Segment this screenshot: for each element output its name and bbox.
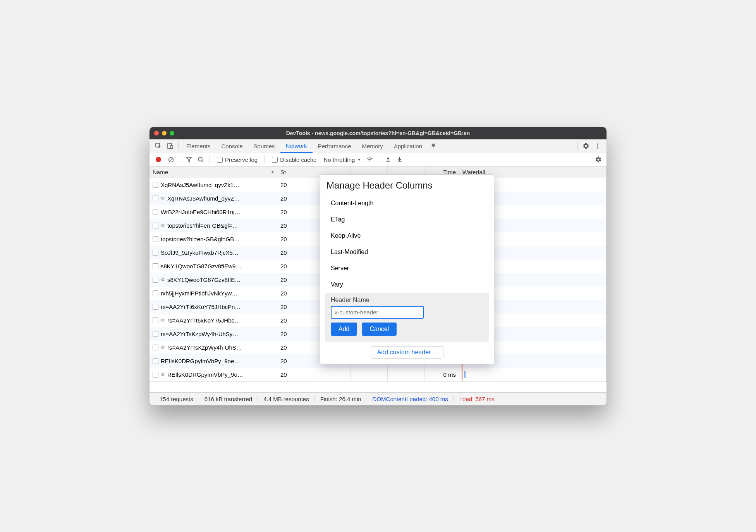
file-icon xyxy=(153,209,158,215)
search-icon[interactable] xyxy=(196,154,206,165)
status-cell: 20 xyxy=(277,300,314,314)
request-name: SoJfJ9_9zIykuFIwxb7RjcX5… xyxy=(161,249,239,256)
header-option[interactable]: ETag xyxy=(325,211,489,228)
gear-icon: ⚙ xyxy=(161,345,165,350)
status-requests: 154 requests xyxy=(154,396,199,402)
download-icon[interactable] xyxy=(395,154,405,165)
gear-icon: ⚙ xyxy=(161,372,165,377)
throttling-label: No throttling xyxy=(323,156,355,163)
header-name-input[interactable] xyxy=(331,306,424,319)
disable-cache-label: Disable cache xyxy=(280,156,316,163)
waterfall-cell xyxy=(459,368,607,381)
window-controls xyxy=(149,131,174,136)
file-icon xyxy=(153,358,158,364)
request-name: REIlsK0DRGpyImVbPy_9o… xyxy=(167,371,243,378)
throttling-select[interactable]: No throttling ▼ xyxy=(323,156,361,163)
status-cell: 20 xyxy=(277,287,314,300)
maximize-window-button[interactable] xyxy=(170,131,174,136)
upload-icon[interactable] xyxy=(383,154,393,165)
add-custom-header-button[interactable]: Add custom header… xyxy=(371,346,444,359)
header-option[interactable]: Content-Length xyxy=(325,195,489,211)
cancel-button[interactable]: Cancel xyxy=(362,323,397,336)
preserve-log-checkbox[interactable]: Preserve log xyxy=(217,156,258,163)
table-row[interactable]: ⚙REIlsK0DRGpyImVbPy_9o…200 ms xyxy=(149,368,607,381)
request-name: rs=AA2YrTsKzpWy4h-UhS… xyxy=(167,344,242,351)
file-icon xyxy=(153,317,158,323)
time-cell: 0 ms xyxy=(424,368,459,381)
more-tabs-icon[interactable] xyxy=(428,140,439,152)
dialog-title: Manage Header Columns xyxy=(320,175,494,195)
col-name[interactable]: Name xyxy=(149,166,277,178)
status-cell: 20 xyxy=(277,354,314,368)
tab-application[interactable]: Application xyxy=(388,139,428,153)
file-icon xyxy=(153,182,158,188)
request-name: rxh5jjHyxmiPPtibfIJvNkYyw… xyxy=(161,290,237,297)
tab-memory[interactable]: Memory xyxy=(357,139,388,153)
svg-line-7 xyxy=(169,158,173,161)
request-name: topstories?hl=en-GB&gl=GB… xyxy=(161,236,240,242)
status-resources: 4.4 MB resources xyxy=(258,396,315,402)
hidden-cell xyxy=(314,368,351,381)
settings-gear-icon[interactable] xyxy=(580,140,592,152)
file-icon xyxy=(153,345,158,350)
status-cell: 20 xyxy=(277,219,314,232)
inspect-element-icon[interactable] xyxy=(153,140,164,152)
svg-point-4 xyxy=(597,146,598,147)
device-toolbar-icon[interactable] xyxy=(164,140,176,152)
svg-line-9 xyxy=(202,161,203,162)
tab-sources[interactable]: Sources xyxy=(248,139,280,153)
header-option[interactable]: Keep-Alive xyxy=(325,228,489,244)
status-cell: 20 xyxy=(277,273,314,287)
network-conditions-icon[interactable] xyxy=(365,154,375,165)
close-window-button[interactable] xyxy=(154,131,159,136)
gear-icon: ⚙ xyxy=(161,223,165,228)
main-tabs-bar: ElementsConsoleSourcesNetworkPerformance… xyxy=(149,139,607,153)
tab-console[interactable]: Console xyxy=(216,139,248,153)
request-name: XqRNAsJ5AwfIumd_qyvZ… xyxy=(167,195,240,202)
svg-point-10 xyxy=(369,160,371,161)
kebab-menu-icon[interactable] xyxy=(592,140,603,152)
request-name: topstories?hl=en-GB&gl=… xyxy=(167,222,238,229)
status-cell: 20 xyxy=(277,327,314,341)
status-cell: 20 xyxy=(277,314,314,327)
gear-icon: ⚙ xyxy=(161,277,165,282)
request-name: rs=AA2YrTt6xKoY75JHbcPn… xyxy=(161,304,241,310)
col-status[interactable]: St xyxy=(277,166,314,178)
minimize-window-button[interactable] xyxy=(162,131,167,136)
header-option[interactable]: Vary xyxy=(325,276,489,293)
status-bar: 154 requests 616 kB transferred 4.4 MB r… xyxy=(149,392,607,405)
status-transferred: 616 kB transferred xyxy=(199,396,258,402)
status-dcl: DOMContentLoaded: 400 ms xyxy=(367,396,454,402)
file-icon xyxy=(153,331,158,337)
header-option[interactable]: Last-Modified xyxy=(325,244,489,260)
disable-cache-checkbox[interactable]: Disable cache xyxy=(272,156,316,163)
tab-network[interactable]: Network xyxy=(280,139,313,153)
clear-icon[interactable] xyxy=(166,154,176,165)
status-cell: 20 xyxy=(277,341,314,354)
svg-rect-12 xyxy=(398,161,402,162)
file-icon xyxy=(153,263,158,269)
request-name: rs=AA2YrTsKzpWy4h-UhSy… xyxy=(161,331,238,337)
header-name-label: Header Name xyxy=(331,297,483,304)
filter-icon[interactable] xyxy=(184,154,194,165)
devtools-window: DevTools - news.google.com/topstories?hl… xyxy=(149,127,607,405)
request-name: XqRNAsJ5AwfIumd_qyvZk1… xyxy=(161,182,239,188)
file-icon xyxy=(153,304,158,310)
tab-elements[interactable]: Elements xyxy=(181,139,216,153)
svg-rect-11 xyxy=(386,161,390,162)
window-title: DevTools - news.google.com/topstories?hl… xyxy=(149,130,607,136)
titlebar: DevTools - news.google.com/topstories?hl… xyxy=(149,127,607,139)
table-filler xyxy=(149,381,607,392)
status-cell: 20 xyxy=(277,192,314,205)
tab-performance[interactable]: Performance xyxy=(313,139,357,153)
file-icon xyxy=(153,372,158,378)
network-settings-icon[interactable] xyxy=(593,154,603,165)
network-toolbar: Preserve log Disable cache No throttling… xyxy=(149,153,607,166)
file-icon xyxy=(153,223,158,228)
hidden-cell xyxy=(351,368,388,381)
add-button[interactable]: Add xyxy=(331,323,357,336)
status-finish: Finish: 26.4 min xyxy=(315,396,367,402)
record-button[interactable] xyxy=(156,157,161,162)
gear-icon: ⚙ xyxy=(161,317,165,323)
header-option[interactable]: Server xyxy=(325,260,489,276)
